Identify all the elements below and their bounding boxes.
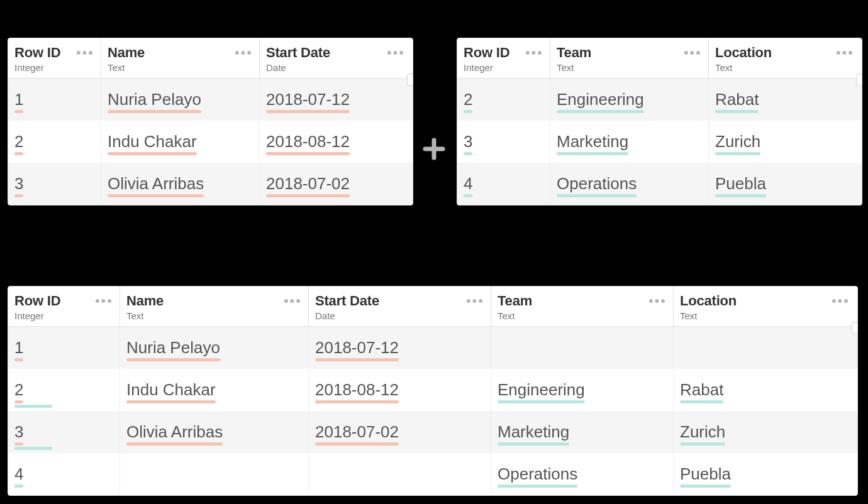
table-cell: Marketing — [550, 121, 709, 163]
column-type: Date — [315, 310, 484, 321]
table-row: 3Olivia Arribas2018-07-02MarketingZurich — [8, 411, 857, 453]
table-row: 3MarketingZurich — [457, 121, 862, 163]
cell-value: 2018-08-12 — [266, 132, 350, 151]
cell-value: 2018-07-12 — [266, 90, 350, 109]
table-cell: Engineering — [491, 369, 674, 411]
cell-value: Engineering — [498, 380, 585, 400]
cell-value: 2018-08-12 — [315, 380, 399, 400]
table-cell: 3 — [8, 411, 120, 453]
column-menu-icon[interactable]: ••• — [235, 46, 253, 60]
table-cell: 3 — [457, 121, 550, 163]
column-name: Row ID — [14, 293, 60, 309]
column-name: Row ID — [14, 45, 60, 61]
table-cell: 2 — [457, 79, 550, 121]
cell-value: 1 — [14, 338, 23, 358]
column-type: Text — [126, 310, 302, 321]
table-row: 2EngineeringRabat — [457, 79, 862, 121]
column-menu-icon[interactable]: ••• — [95, 294, 113, 308]
table-cell: 2018-08-12 — [260, 121, 411, 163]
table-cell — [120, 453, 309, 495]
table-header-row: Row ID•••IntegerTeam•••TextLocation•••Te… — [457, 38, 862, 79]
cell-value: Indu Chakar — [126, 380, 216, 400]
table-cell — [491, 327, 674, 369]
table-cell: Nuria Pelayo — [101, 79, 260, 121]
column-type: Integer — [14, 62, 94, 73]
column-name: Team — [498, 293, 532, 309]
column-header[interactable]: Row ID•••Integer — [8, 38, 101, 78]
table-row: 1Nuria Pelayo2018-07-12 — [8, 79, 413, 121]
column-header[interactable]: Start Date•••Date — [260, 38, 411, 78]
table-cell: 2018-07-02 — [260, 163, 411, 205]
table-cell: 2018-07-02 — [309, 411, 491, 453]
table-body: 2EngineeringRabat3MarketingZurich4Operat… — [457, 79, 862, 205]
column-name: Row ID — [464, 45, 509, 61]
column-menu-icon[interactable]: ••• — [387, 46, 405, 60]
cell-value: 1 — [14, 90, 23, 109]
table-cell: Nuria Pelayo — [120, 327, 309, 369]
column-header[interactable]: Start Date•••Date — [309, 287, 491, 326]
cell-value: Rabat — [715, 90, 759, 109]
column-type: Integer — [14, 310, 113, 321]
cell-value: Indu Chakar — [108, 132, 197, 151]
table-cell: 4 — [457, 163, 550, 205]
column-name: Start Date — [266, 45, 330, 61]
table-cell: 1 — [8, 79, 101, 121]
column-type: Text — [108, 62, 253, 73]
column-menu-icon[interactable]: ••• — [466, 294, 484, 308]
cell-value: Olivia Arribas — [108, 174, 204, 194]
column-menu-icon[interactable]: ••• — [284, 294, 302, 308]
column-header[interactable]: Team•••Text — [491, 287, 674, 326]
table-cell: 2 — [8, 121, 101, 163]
column-header[interactable]: Location•••Text — [709, 38, 860, 78]
table-left: Row ID•••IntegerName•••TextStart Date•••… — [8, 38, 413, 205]
column-name: Name — [126, 293, 164, 309]
table-cell: 2018-07-12 — [260, 79, 411, 121]
table-cell: Zurich — [674, 411, 856, 453]
cell-value: Puebla — [680, 464, 731, 484]
cell-value: 3 — [14, 174, 23, 194]
table-row: 4OperationsPuebla — [8, 453, 857, 495]
column-header[interactable]: Name•••Text — [101, 38, 260, 78]
column-menu-icon[interactable]: ••• — [832, 294, 850, 308]
cell-value: Rabat — [680, 380, 723, 400]
cell-value: Nuria Pelayo — [126, 338, 220, 358]
cell-value: Operations — [498, 464, 577, 484]
cell-value: 4 — [464, 174, 472, 194]
table-cell: Engineering — [550, 79, 709, 121]
diagram-canvas: Row ID•••IntegerName•••TextStart Date•••… — [0, 0, 868, 504]
cell-value: Olivia Arribas — [126, 422, 223, 442]
column-menu-icon[interactable]: ••• — [76, 46, 94, 60]
column-header[interactable]: Row ID•••Integer — [8, 287, 120, 326]
table-body: 1Nuria Pelayo2018-07-122Indu Chakar2018-… — [8, 79, 413, 205]
table-row: 2Indu Chakar2018-08-12 — [8, 121, 413, 163]
column-type: Text — [715, 62, 854, 73]
column-name: Location — [680, 293, 737, 309]
column-header[interactable]: Row ID•••Integer — [457, 38, 550, 78]
table-cell: Puebla — [674, 453, 856, 495]
cell-value: Marketing — [498, 422, 569, 442]
column-type: Text — [557, 62, 702, 73]
column-menu-icon[interactable]: ••• — [525, 46, 543, 60]
column-header[interactable]: Location•••Text — [674, 287, 856, 326]
table-result: Row ID•••IntegerName•••TextStart Date•••… — [8, 286, 858, 496]
column-header[interactable]: Name•••Text — [120, 287, 309, 326]
column-name: Start Date — [315, 293, 379, 309]
table-cell: Zurich — [709, 121, 860, 163]
table-cell: Olivia Arribas — [120, 411, 309, 453]
table-cell: Rabat — [674, 369, 856, 411]
column-header[interactable]: Team•••Text — [550, 38, 709, 78]
table-cell: Marketing — [491, 411, 674, 453]
table-cell: Puebla — [709, 163, 860, 205]
cell-value: 2 — [464, 90, 472, 109]
cell-value: 2 — [14, 132, 23, 151]
table-cell — [674, 327, 856, 369]
table-cell: Indu Chakar — [101, 121, 260, 163]
column-menu-icon[interactable]: ••• — [684, 46, 702, 60]
column-menu-icon[interactable]: ••• — [836, 46, 854, 60]
table-row: 4OperationsPuebla — [457, 163, 862, 205]
column-menu-icon[interactable]: ••• — [648, 294, 667, 308]
table-cell: Rabat — [709, 79, 860, 121]
cell-value: Operations — [557, 174, 637, 194]
table-right: Row ID•••IntegerTeam•••TextLocation•••Te… — [457, 38, 862, 205]
cell-value: 3 — [464, 132, 472, 151]
